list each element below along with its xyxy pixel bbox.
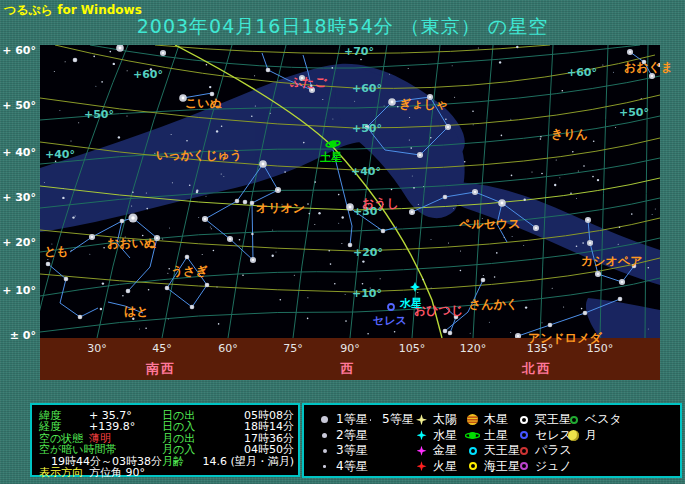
planetarium-app: { "app": { "window_title": "つるぷら for Win… (0, 0, 685, 484)
legend-item: セレス (516, 428, 572, 444)
legend-item: 2等星 (317, 428, 368, 444)
info-row: 月の入04時50分 (162, 444, 294, 455)
ring-blue-icon (516, 431, 531, 439)
info-label: 月の入 (162, 444, 195, 455)
info-row: 空が暗い時間帯 (39, 444, 159, 455)
legend-column-6: ベスタ月 (566, 412, 622, 443)
jupiter-icon (465, 413, 480, 426)
star1-icon (317, 416, 332, 423)
legend-column-3: 太陽水星金星火星 (414, 412, 457, 474)
legend-label: パラス (535, 442, 572, 459)
legend-item: ジュノ (516, 459, 572, 475)
star3-icon (317, 449, 332, 453)
diamond-magenta-icon (414, 446, 429, 456)
legend-label: 5等星 (382, 411, 414, 428)
ring-darkred-icon (516, 447, 531, 455)
diamond-cyan-icon (414, 430, 429, 440)
legend-label: 月 (585, 427, 597, 444)
legend-item: 3等星 (317, 443, 368, 459)
star5-icon (363, 419, 378, 421)
legend-item: パラス (516, 443, 572, 459)
legend-label: 金星 (433, 442, 457, 459)
legend-label: 木星 (484, 411, 508, 428)
legend-item: 水星 (414, 428, 457, 444)
info-label: 表示方向 (39, 467, 89, 478)
legend-label: 4等星 (336, 458, 368, 475)
legend-item: 5等星 (363, 412, 414, 428)
legend-label: 海王星 (484, 458, 520, 475)
info-value: 04時50分 (244, 444, 294, 455)
legend-label: 天王星 (484, 442, 520, 459)
legend-item: ベスタ (566, 412, 622, 428)
info-value: 方位角 90° (89, 467, 145, 478)
legend-label: 土星 (484, 427, 508, 444)
star2-icon (317, 433, 332, 439)
legend-label: 3等星 (336, 442, 368, 459)
legend-column-5: 冥王星セレスパラスジュノ (516, 412, 572, 474)
horizon-strip (40, 338, 660, 380)
legend-item: 海王星 (465, 459, 520, 475)
info-row: 表示方向方位角 90° (39, 467, 159, 478)
legend-item: 木星 (465, 412, 520, 428)
legend-label: ベスタ (585, 411, 622, 428)
legend-item: 土星 (465, 428, 520, 444)
legend-column-2: 5等星 (363, 412, 414, 428)
ring-white-icon (516, 416, 531, 424)
ring-cyan-icon (465, 447, 480, 455)
legend-label: 太陽 (433, 411, 457, 428)
legend-item: 4等星 (317, 459, 368, 475)
ring-green-icon (566, 416, 581, 424)
info-left-column: 緯度+ 35.7°経度+139.8°空の状態薄明空が暗い時間帯19時44分～03… (39, 410, 159, 478)
info-value: 14.6 (望月・満月) (202, 456, 294, 467)
legend-item: 冥王星 (516, 412, 572, 428)
ring-yellow-icon (465, 462, 480, 470)
legend-column-4: 木星土星天王星海王星 (465, 412, 520, 474)
ring-purple-icon (516, 462, 531, 470)
saturn-icon (465, 430, 480, 441)
legend-label: ジュノ (535, 458, 572, 475)
info-label: 月齢 (162, 456, 184, 467)
info-label: 空が暗い時間帯 (39, 444, 89, 455)
legend-item: 1等星 (317, 412, 368, 428)
legend-item: 火星 (414, 459, 457, 475)
legend-label: 火星 (433, 458, 457, 475)
legend-item: 太陽 (414, 412, 457, 428)
legend-label: 2等星 (336, 427, 368, 444)
sun-icon (414, 414, 429, 425)
info-row: 月齢14.6 (望月・満月) (162, 456, 294, 467)
legend-item: 金星 (414, 443, 457, 459)
legend-item: 天王星 (465, 443, 520, 459)
diamond-red-icon (414, 461, 429, 471)
legend-column-1: 1等星2等星3等星4等星 (317, 412, 368, 474)
info-right-column: 日の出05時08分日の入18時14分月の出17時36分月の入04時50分月齢14… (162, 410, 294, 467)
star4-icon (317, 465, 332, 468)
observation-info-panel: 緯度+ 35.7°経度+139.8°空の状態薄明空が暗い時間帯19時44分～03… (30, 403, 300, 477)
legend-label: 水星 (433, 427, 457, 444)
symbol-legend-panel: 1等星2等星3等星4等星5等星太陽水星金星火星木星土星天王星海王星冥王星セレスパ… (302, 403, 682, 478)
legend-item: 月 (566, 428, 622, 444)
moon-icon (566, 430, 581, 441)
